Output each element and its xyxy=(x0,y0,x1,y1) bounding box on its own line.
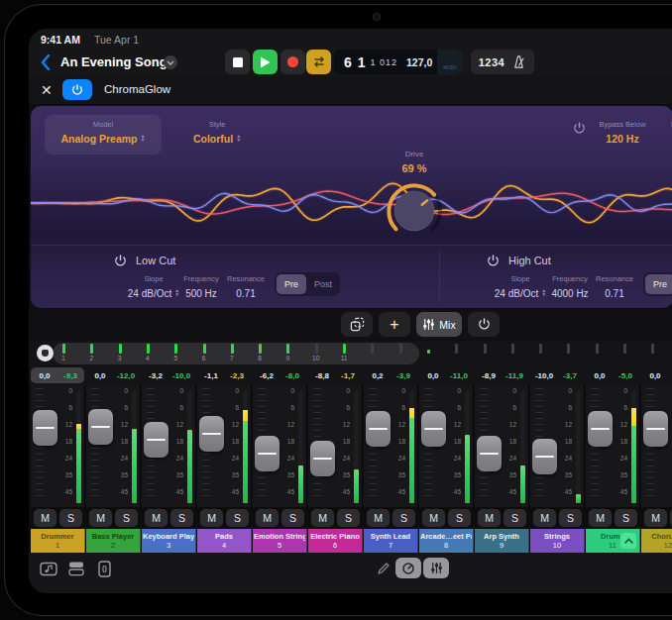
db-readout[interactable]: 0,0-5,0 xyxy=(586,367,639,383)
solo-button[interactable]: S xyxy=(615,509,637,527)
fader-handle[interactable] xyxy=(144,422,168,458)
plugin-power-toggle[interactable] xyxy=(62,79,92,100)
overview-mini-meter[interactable] xyxy=(259,344,262,354)
mute-button[interactable]: M xyxy=(200,509,223,527)
track-name-block[interactable]: Keyboard Player3 xyxy=(142,529,196,553)
db-readout[interactable]: 0,0-11,0 xyxy=(419,367,473,383)
fader-handle[interactable] xyxy=(532,439,557,474)
cycle-button[interactable] xyxy=(306,50,331,74)
low-cut-power-icon[interactable] xyxy=(114,255,127,267)
high-cut-resonance[interactable]: Resonance 0.71 xyxy=(590,274,639,301)
mute-button[interactable]: M xyxy=(367,509,390,527)
browser-button[interactable] xyxy=(37,559,60,578)
low-cut-pre-button[interactable]: Pre xyxy=(277,274,306,294)
fader-handle[interactable] xyxy=(366,411,391,447)
mute-button[interactable]: M xyxy=(589,509,612,527)
fader-handle[interactable] xyxy=(477,436,502,471)
record-button[interactable] xyxy=(280,50,305,74)
db-readout[interactable]: -6,2-8,0 xyxy=(253,367,306,383)
bypass-power-icon[interactable] xyxy=(573,122,586,135)
mute-button[interactable]: M xyxy=(89,509,112,527)
track-name-block[interactable]: Emotion Strings5 xyxy=(253,529,307,553)
db-readout[interactable]: -10,0-3,7 xyxy=(530,367,584,383)
overview-mini-meter[interactable] xyxy=(567,344,570,354)
track-name-block[interactable]: Drummer1 xyxy=(31,529,85,553)
mute-button[interactable]: M xyxy=(311,509,334,527)
overview-mini-meter[interactable] xyxy=(399,344,402,354)
solo-button[interactable]: S xyxy=(115,509,138,527)
song-title-dropdown[interactable] xyxy=(164,55,177,69)
track-name-block[interactable]: Arcade…eet Pad8 xyxy=(419,529,474,553)
overview-mini-meter[interactable] xyxy=(203,344,206,354)
solo-button[interactable]: S xyxy=(337,509,360,527)
count-in-button[interactable]: 1234 xyxy=(479,56,504,68)
mute-button[interactable]: M xyxy=(478,509,501,527)
controls-view-button[interactable] xyxy=(395,558,421,578)
back-chevron-icon[interactable] xyxy=(41,54,51,70)
fader-handle[interactable] xyxy=(33,410,57,446)
overview-mini-meter[interactable] xyxy=(343,344,346,354)
solo-button[interactable]: S xyxy=(504,509,526,527)
solo-button[interactable]: S xyxy=(448,509,471,527)
mute-button[interactable]: M xyxy=(644,509,667,527)
solo-button[interactable]: S xyxy=(226,509,249,527)
duplicate-button[interactable] xyxy=(341,312,373,337)
solo-button[interactable]: S xyxy=(59,509,82,527)
overview-mini-meter[interactable] xyxy=(539,344,542,354)
solo-button[interactable]: S xyxy=(170,509,193,527)
overview-mini-meter[interactable] xyxy=(484,344,487,354)
high-cut-slope[interactable]: Slope 24 dB/Oct▲▼ xyxy=(493,274,548,301)
overview-mini-meter[interactable] xyxy=(286,344,289,354)
overview-mini-meter[interactable] xyxy=(315,344,318,354)
db-readout[interactable]: -3,2-10,0 xyxy=(142,367,195,383)
track-name-block[interactable]: Arp Synth9 xyxy=(475,529,529,553)
db-readout[interactable]: -8,9-11,9 xyxy=(475,367,528,383)
fader-handle[interactable] xyxy=(421,411,446,447)
metronome-icon[interactable] xyxy=(511,54,526,69)
overview-mini-meter[interactable] xyxy=(90,344,93,354)
plugins-button[interactable] xyxy=(64,559,88,578)
song-title[interactable]: An Evening Song xyxy=(60,54,168,69)
stop-button[interactable] xyxy=(225,50,250,74)
overview-mini-meter[interactable] xyxy=(231,344,234,354)
db-readout[interactable]: 0,0-12,0 xyxy=(86,367,140,383)
solo-button[interactable]: S xyxy=(559,509,582,527)
db-readout[interactable]: -1,1-2,3 xyxy=(197,367,251,383)
overview-mini-meter[interactable] xyxy=(174,344,177,354)
mute-button[interactable]: M xyxy=(256,509,279,527)
overview-mini-meter[interactable] xyxy=(371,344,374,354)
track-name-block[interactable]: Electric Piano6 xyxy=(308,529,363,553)
low-cut-slope[interactable]: Slope 24 dB/Oct▲▼ xyxy=(126,274,181,301)
overview-mini-meter[interactable] xyxy=(62,344,65,354)
fader-handle[interactable] xyxy=(588,411,613,447)
track-name-block[interactable]: Pads4 xyxy=(197,529,252,553)
solo-button[interactable]: S xyxy=(281,509,304,527)
mute-button[interactable]: M xyxy=(422,509,445,527)
fader-handle[interactable] xyxy=(199,416,224,452)
overview-mini-meter[interactable] xyxy=(596,344,599,354)
db-readout[interactable]: 0,0 xyxy=(641,367,672,383)
db-readout[interactable]: -8,8-1,7 xyxy=(308,367,362,383)
mute-button[interactable]: M xyxy=(145,509,168,527)
close-plugin-button[interactable]: ✕ xyxy=(41,81,53,99)
track-overview-strip[interactable]: 1234567891011 xyxy=(29,341,672,366)
fader-handle[interactable] xyxy=(88,409,113,445)
overview-mini-meter[interactable] xyxy=(511,344,514,354)
overview-filter-icon[interactable] xyxy=(37,345,54,362)
solo-button[interactable]: S xyxy=(392,509,415,527)
fader-handle[interactable] xyxy=(310,441,335,476)
model-selector[interactable]: Model Analog Preamp▲▼ xyxy=(45,115,162,155)
high-cut-frequency[interactable]: Frequency 4000 Hz xyxy=(544,274,596,301)
high-cut-pre-button[interactable]: Pre xyxy=(645,274,672,294)
db-readout[interactable]: 0,0-9,3 xyxy=(31,367,84,383)
fader-handle[interactable] xyxy=(643,411,668,447)
level-control[interactable]: Level 0.0 xyxy=(657,120,672,147)
low-cut-post-button[interactable]: Post xyxy=(308,274,338,294)
db-readout[interactable]: 0,2-3,9 xyxy=(364,367,417,383)
add-track-button[interactable]: + xyxy=(379,312,410,337)
track-name-block[interactable]: Strings10 xyxy=(530,529,585,553)
fader-handle[interactable] xyxy=(255,436,280,471)
lcd-display[interactable]: 6 1 1 012 127,0 4/4 C maj MIDI xyxy=(334,50,463,74)
bypass-below-control[interactable]: Bypass Below 120 Hz xyxy=(592,120,653,147)
track-name-block[interactable]: Drums11 xyxy=(586,529,640,553)
